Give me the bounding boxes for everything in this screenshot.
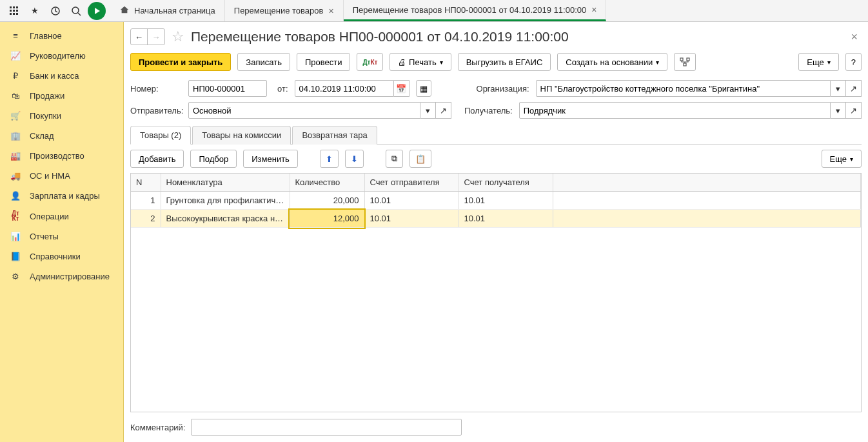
calendar-small-button[interactable]: ▦ [416,80,431,97]
pick-button[interactable]: Подбор [190,150,237,168]
favorite-icon[interactable]: ★ [26,2,44,20]
play-button[interactable] [88,2,106,20]
person-icon: 👤 [9,191,22,201]
post-button[interactable]: Провести [297,53,351,71]
cell-acc-sender[interactable]: 10.01 [364,210,459,228]
table-row[interactable]: 2 Высокоукрывистая краска на ... 12,000 … [131,210,861,228]
menu-icon: ≡ [9,31,22,41]
paste-button[interactable]: 📋 [409,150,431,168]
table-body: 1 Грунтовка для профилактичес... 20,000 … [131,192,861,228]
table-row[interactable]: 1 Грунтовка для профилактичес... 20,000 … [131,192,861,210]
open-icon[interactable]: ↗ [436,102,451,119]
svg-rect-6 [10,13,12,15]
nav-label: ОС и НМА [30,171,70,181]
comment-input[interactable] [191,419,462,436]
cell-qty[interactable]: 20,000 [290,192,364,210]
help-button[interactable]: ? [845,53,862,71]
nav-purchases[interactable]: 🛒Покупки [0,106,123,126]
move-up-button[interactable]: ⬆ [320,150,339,168]
history-icon[interactable] [46,2,64,20]
svg-rect-3 [10,10,12,12]
apps-icon[interactable] [5,2,23,20]
nav-hr[interactable]: 👤Зарплата и кадры [0,186,123,206]
nav-operations[interactable]: ДтКтОперации [0,206,123,226]
cell-acc-recipient[interactable]: 10.01 [459,210,553,228]
nav-label: Администрирование [30,272,110,281]
factory-icon: 🏭 [9,151,22,161]
chevron-down-icon[interactable]: ▾ [831,80,846,97]
report-icon: 📊 [9,232,22,241]
open-icon[interactable]: ↗ [846,80,862,97]
cell-qty[interactable]: 12,000 [290,210,364,228]
recipient-input[interactable] [519,102,831,119]
nav-bank[interactable]: ₽Банк и касса [0,66,123,86]
egais-button[interactable]: Выгрузить в ЕГАИС [458,53,551,71]
copy-button[interactable]: ⧉ [386,150,403,168]
table-more-button[interactable]: Еще ▾ [822,150,862,168]
nav-assets[interactable]: 🚚ОС и НМА [0,166,123,186]
col-acc-recipient[interactable]: Счет получателя [459,174,553,192]
forward-button[interactable]: → [148,29,164,45]
open-icon[interactable]: ↗ [846,102,862,119]
tab-returnable[interactable]: Возвратная тара [292,126,377,145]
col-nomenclature[interactable]: Номенклатура [161,174,290,192]
back-button[interactable]: ← [131,29,148,45]
move-down-button[interactable]: ⬇ [345,150,364,168]
cell-acc-sender[interactable]: 10.01 [364,192,459,210]
col-acc-sender[interactable]: Счет отправителя [364,174,459,192]
print-label: Печать [409,57,437,67]
add-button[interactable]: Добавить [130,150,184,168]
chevron-down-icon[interactable]: ▾ [831,102,846,119]
cell-n[interactable]: 1 [131,192,161,210]
nav-reports[interactable]: 📊Отчеты [0,226,123,246]
nav-references[interactable]: 📘Справочники [0,246,123,266]
sidebar: ≡Главное 📈Руководителю ₽Банк и касса 🛍Пр… [0,22,124,442]
cell-nomenclature[interactable]: Грунтовка для профилактичес... [161,192,290,210]
tab-document[interactable]: Перемещение товаров НП00-000001 от 04.10… [344,0,607,21]
tab-goods[interactable]: Товары (2) [130,126,191,145]
nav-admin[interactable]: ⚙Администрирование [0,266,123,286]
close-icon[interactable]: × [591,5,597,15]
nav-label: Отчеты [30,232,59,241]
print-button[interactable]: 🖨 Печать ▾ [390,53,451,71]
create-from-button[interactable]: Создать на основании ▾ [557,53,667,71]
org-input[interactable] [536,80,831,97]
more-label: Еще [807,57,824,67]
close-page-button[interactable]: × [847,30,862,44]
tab-list[interactable]: Перемещение товаров × [225,0,344,21]
more-button[interactable]: Еще ▾ [798,53,838,71]
cell-nomenclature[interactable]: Высокоукрывистая краска на ... [161,210,290,228]
home-icon [120,5,129,16]
nav-production[interactable]: 🏭Производство [0,146,123,166]
post-and-close-button[interactable]: Провести и закрыть [130,53,231,71]
number-input[interactable] [188,80,267,97]
nav-main[interactable]: ≡Главное [0,26,123,46]
close-icon[interactable]: × [328,6,333,16]
sender-input[interactable] [188,102,420,119]
dtkt-button[interactable]: ДтКт [357,53,383,71]
page-header: ← → ☆ Перемещение товаров НП00-000001 от… [130,23,862,50]
cell-n[interactable]: 2 [131,210,161,228]
col-qty[interactable]: Количество [290,174,364,192]
change-button[interactable]: Изменить [243,150,298,168]
svg-rect-4 [13,10,15,12]
date-input[interactable] [295,80,394,97]
structure-button[interactable] [674,53,696,71]
content: ← → ☆ Перемещение товаров НП00-000001 от… [124,22,868,442]
tab-home[interactable]: Начальная страница [111,0,225,21]
nav-sales[interactable]: 🛍Продажи [0,86,123,106]
write-button[interactable]: Записать [237,53,290,71]
calendar-icon[interactable]: 📅 [394,80,409,97]
printer-icon: 🖨 [398,57,406,67]
nav-manager[interactable]: 📈Руководителю [0,46,123,66]
truck-icon: 🚚 [9,171,22,181]
star-icon[interactable]: ☆ [172,28,184,45]
tab-commission[interactable]: Товары на комиссии [192,126,291,145]
nav-warehouse[interactable]: 🏢Склад [0,126,123,146]
nav-label: Операции [30,212,69,221]
col-n[interactable]: N [131,174,161,192]
chevron-down-icon[interactable]: ▾ [420,102,436,119]
search-icon[interactable] [67,2,85,20]
nav-label: Покупки [30,111,61,121]
cell-acc-recipient[interactable]: 10.01 [459,192,553,210]
